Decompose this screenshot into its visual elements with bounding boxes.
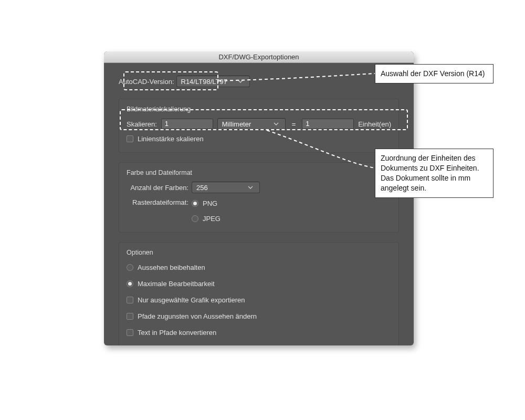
callout-version: Auswahl der DXF Version (R14) xyxy=(375,64,494,83)
checkbox-icon xyxy=(127,297,133,303)
colors-count-select[interactable]: 256 xyxy=(192,182,260,193)
color-format-panel: Farbe und Dateiformat Anzahl der Farben:… xyxy=(119,162,399,233)
checkbox-icon xyxy=(127,313,133,320)
option-max-editability[interactable]: Maximale Bearbeitbarkeit xyxy=(127,280,391,288)
option-label: Maximale Bearbeitbarkeit xyxy=(138,280,215,288)
option-export-selected[interactable]: Nur ausgewählte Grafik exportieren xyxy=(127,296,391,304)
raster-format-label: Rasterdateiformat: xyxy=(127,197,188,206)
chevron-down-icon xyxy=(274,122,282,125)
colors-count-value: 256 xyxy=(196,184,208,192)
raster-option-label: JPEG xyxy=(203,215,220,223)
scale-lineweights-label: Linienstärke skalieren xyxy=(138,135,204,143)
equals-sign: = xyxy=(290,120,298,128)
checkbox-icon xyxy=(127,329,133,336)
units-value-input[interactable]: 1 xyxy=(302,119,354,129)
checkbox-icon xyxy=(127,135,133,142)
radio-icon xyxy=(192,215,198,222)
colors-count-label: Anzahl der Farben: xyxy=(127,184,188,192)
scale-lineweights-row[interactable]: Linienstärke skalieren xyxy=(127,135,391,143)
option-label: Pfade zugunsten von Aussehen ändern xyxy=(138,312,257,320)
raster-format-row: Rasterdateiformat: PNG JPEG xyxy=(127,197,391,225)
dialog-title: DXF/DWG-Exportoptionen xyxy=(104,51,414,63)
raster-option-label: PNG xyxy=(203,200,217,207)
autocad-version-label: AutoCAD-Version: xyxy=(119,78,174,86)
colors-count-row: Anzahl der Farben: 256 xyxy=(127,182,391,193)
callout-units: Zuordnung der Einheiten des Dokuments zu… xyxy=(375,149,494,198)
option-label: Aussehen beibehalten xyxy=(138,264,205,271)
options-panel-title: Optionen xyxy=(127,249,391,256)
autocad-version-row: AutoCAD-Version: R14/LT98/LT97 xyxy=(119,76,399,87)
chevron-down-icon xyxy=(248,186,256,189)
autocad-version-value: R14/LT98/LT97 xyxy=(181,78,227,86)
units-suffix: Einheit(en) xyxy=(358,120,391,128)
color-format-title: Farbe und Dateiformat xyxy=(127,169,391,176)
option-label: Nur ausgewählte Grafik exportieren xyxy=(138,296,245,304)
export-dialog: DXF/DWG-Exportoptionen AutoCAD-Version: … xyxy=(104,51,414,345)
scale-unit-value: Millimeter xyxy=(222,120,251,128)
options-panel: Optionen Aussehen beibehalten Maximale B… xyxy=(119,242,399,345)
radio-icon xyxy=(192,200,198,207)
scale-label: Skalieren: xyxy=(127,120,157,128)
radio-icon xyxy=(127,264,133,271)
dialog-body: AutoCAD-Version: R14/LT98/LT97 Bildmater… xyxy=(104,63,414,345)
autocad-version-select[interactable]: R14/LT98/LT97 xyxy=(176,76,250,87)
raster-option-jpeg[interactable]: JPEG xyxy=(192,215,220,223)
scale-row: Skalieren: 1 Millimeter = 1 Einheit(en) xyxy=(127,118,391,130)
scale-value-input[interactable]: 1 xyxy=(161,119,213,129)
scale-unit-select[interactable]: Millimeter xyxy=(217,118,286,130)
option-preserve-appearance[interactable]: Aussehen beibehalten xyxy=(127,264,391,271)
scaling-panel-title: Bildmaterialskalierung xyxy=(127,106,391,113)
scaling-panel: Bildmaterialskalierung Skalieren: 1 Mill… xyxy=(119,99,399,153)
option-label: Text in Pfade konvertieren xyxy=(138,329,216,337)
raster-option-png[interactable]: PNG xyxy=(192,200,220,207)
option-alter-paths[interactable]: Pfade zugunsten von Aussehen ändern xyxy=(127,312,391,320)
option-text-to-paths[interactable]: Text in Pfade konvertieren xyxy=(127,329,391,337)
radio-icon xyxy=(127,280,133,287)
chevron-down-icon xyxy=(238,80,246,83)
